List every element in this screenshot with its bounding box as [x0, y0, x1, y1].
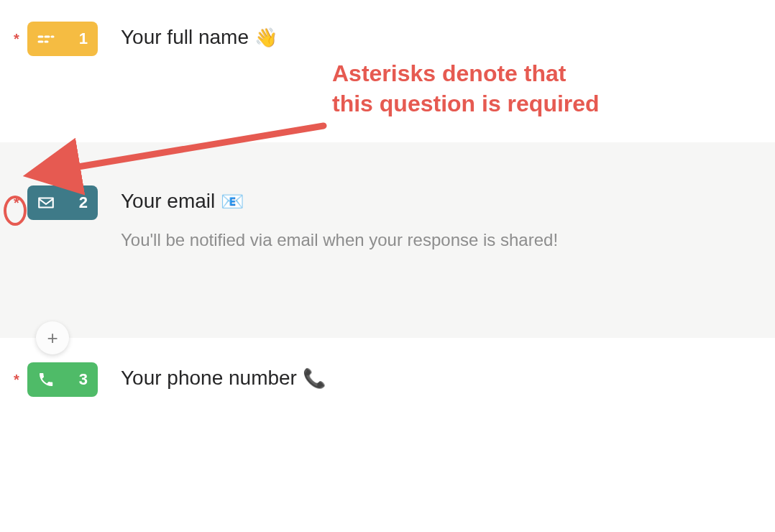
question-type-badge[interactable]: 2	[27, 185, 98, 220]
question-title[interactable]: Your phone number 📞	[121, 367, 756, 390]
question-content: Your full name 👋	[121, 22, 756, 49]
question-type-badge[interactable]: 1	[27, 22, 98, 56]
question-description[interactable]: You'll be notified via email when your r…	[121, 229, 756, 252]
required-asterisk: *	[10, 32, 23, 46]
question-title[interactable]: Your email 📧	[121, 190, 756, 213]
question-block-2[interactable]: * 2 Your email 📧 You'll be notified via …	[0, 142, 775, 338]
wave-emoji: 👋	[254, 27, 278, 49]
required-asterisk: *	[10, 372, 23, 387]
short-text-icon	[36, 29, 56, 49]
question-block-3[interactable]: * 3 Your phone number 📞	[0, 338, 775, 469]
question-content: Your phone number 📞	[121, 362, 756, 390]
question-title-text: Your full name	[121, 26, 249, 49]
email-emoji: 📧	[221, 191, 244, 213]
question-type-badge[interactable]: 3	[27, 362, 98, 397]
question-block-1[interactable]: * 1 Your full name 👋	[0, 4, 775, 142]
question-title-text: Your email	[121, 190, 215, 213]
question-content: Your email 📧 You'll be notified via emai…	[121, 185, 756, 252]
question-title-text: Your phone number	[121, 367, 297, 390]
phone-emoji: 📞	[303, 367, 326, 390]
required-asterisk: *	[10, 196, 23, 210]
question-number: 3	[75, 370, 88, 389]
plus-icon: +	[47, 327, 58, 349]
question-number: 1	[75, 29, 88, 48]
question-title[interactable]: Your full name 👋	[121, 26, 756, 49]
email-icon	[36, 193, 56, 213]
question-number: 2	[75, 193, 88, 212]
phone-icon	[36, 370, 56, 390]
